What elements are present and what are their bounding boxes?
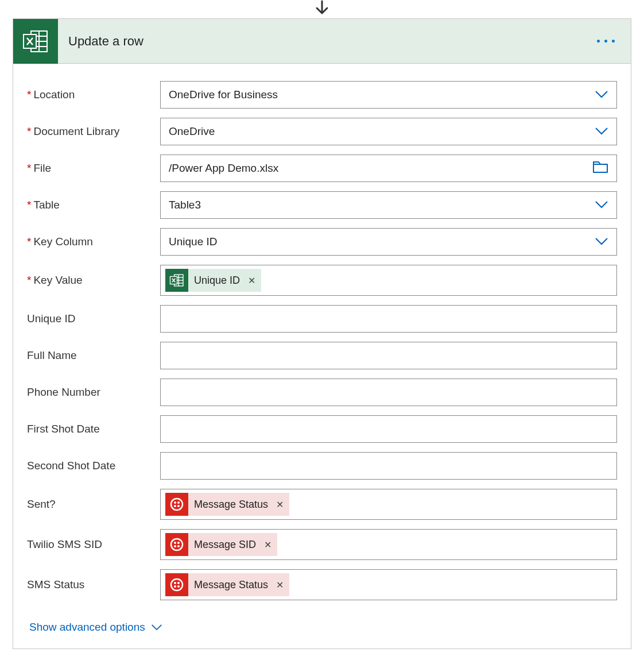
chevron-down-icon — [595, 236, 608, 248]
svg-point-25 — [174, 585, 176, 588]
svg-point-17 — [171, 539, 183, 550]
chevron-down-icon — [595, 125, 608, 138]
label-key-value: *Key Value — [27, 274, 160, 287]
token-label: Message Status — [194, 579, 268, 591]
sent-field[interactable]: Message Status ✕ — [160, 489, 617, 520]
location-dropdown[interactable]: OneDrive for Business — [160, 81, 617, 109]
twilio-icon — [165, 493, 188, 516]
label-key-column: *Key Column — [27, 236, 160, 248]
token-label: Message Status — [194, 499, 268, 511]
chevron-down-icon — [595, 88, 608, 101]
table-dropdown[interactable]: Table3 — [160, 191, 617, 219]
remove-token-icon[interactable]: ✕ — [276, 580, 284, 590]
label-unique-id: Unique ID — [27, 312, 160, 325]
token-twilio-message-status[interactable]: Message Status ✕ — [165, 493, 289, 516]
remove-token-icon[interactable]: ✕ — [264, 539, 271, 550]
label-second-shot-date: Second Shot Date — [27, 460, 160, 472]
svg-point-12 — [171, 499, 183, 510]
label-file: *File — [27, 162, 160, 175]
second-shot-date-input[interactable] — [160, 452, 617, 480]
label-document-library: *Document Library — [27, 125, 160, 138]
card-header[interactable]: Update a row — [13, 19, 631, 64]
token-twilio-message-sid[interactable]: Message SID ✕ — [165, 533, 277, 556]
first-shot-date-input[interactable] — [160, 415, 617, 443]
label-phone-number: Phone Number — [27, 386, 160, 399]
full-name-input[interactable] — [160, 342, 617, 369]
file-picker[interactable]: /Power App Demo.xlsx — [160, 155, 617, 182]
svg-point-23 — [174, 582, 176, 584]
more-options-button[interactable] — [597, 40, 615, 43]
svg-point-20 — [174, 545, 176, 547]
phone-number-input[interactable] — [160, 379, 617, 406]
excel-icon — [165, 269, 188, 292]
svg-point-19 — [177, 542, 180, 544]
token-label: Unique ID — [194, 275, 240, 287]
chevron-down-icon — [151, 621, 162, 634]
chevron-down-icon — [595, 199, 608, 211]
label-sms-status: SMS Status — [27, 578, 160, 591]
label-twilio-sms-sid: Twilio SMS SID — [27, 538, 160, 551]
svg-point-16 — [177, 505, 180, 507]
token-label: Message SID — [194, 539, 256, 551]
card-title: Update a row — [68, 34, 597, 49]
svg-point-13 — [174, 501, 176, 504]
label-first-shot-date: First Shot Date — [27, 423, 160, 435]
card-body: *Location OneDrive for Business *Documen… — [13, 64, 631, 648]
twilio-sms-sid-field[interactable]: Message SID ✕ — [160, 529, 617, 560]
svg-point-18 — [174, 542, 176, 544]
show-advanced-options-link[interactable]: Show advanced options — [29, 621, 162, 634]
token-excel-unique-id[interactable]: Unique ID ✕ — [165, 269, 261, 292]
flow-arrow-down-icon — [13, 0, 631, 16]
svg-point-15 — [174, 505, 176, 507]
svg-point-14 — [177, 501, 180, 504]
remove-token-icon[interactable]: ✕ — [248, 275, 255, 286]
twilio-icon — [165, 573, 188, 596]
remove-token-icon[interactable]: ✕ — [276, 499, 284, 510]
folder-icon[interactable] — [592, 161, 608, 176]
action-card: Update a row *Location OneDrive for Busi… — [13, 18, 631, 649]
svg-point-24 — [177, 582, 180, 584]
label-full-name: Full Name — [27, 349, 160, 362]
sms-status-field[interactable]: Message Status ✕ — [160, 569, 617, 600]
key-column-dropdown[interactable]: Unique ID — [160, 228, 617, 256]
excel-icon — [13, 19, 58, 64]
label-table: *Table — [27, 199, 160, 211]
twilio-icon — [165, 533, 188, 556]
key-value-field[interactable]: Unique ID ✕ — [160, 265, 617, 296]
svg-point-21 — [177, 545, 180, 547]
label-sent: Sent? — [27, 498, 160, 511]
label-location: *Location — [27, 88, 160, 101]
svg-point-26 — [177, 585, 180, 588]
document-library-dropdown[interactable]: OneDrive — [160, 118, 617, 145]
svg-point-22 — [171, 579, 183, 590]
unique-id-input[interactable] — [160, 305, 617, 333]
token-twilio-message-status[interactable]: Message Status ✕ — [165, 573, 289, 596]
